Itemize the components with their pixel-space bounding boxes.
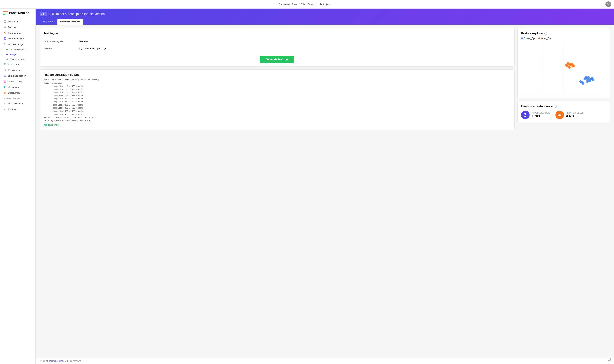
svg-rect-0: [3, 20, 5, 21]
data-sources-icon: [3, 31, 6, 34]
sidebar: EDGE IMPULSE Dashboard Devices Data sour…: [0, 9, 36, 364]
logo-text: EDGE IMPULSE: [9, 12, 29, 14]
sidebar-item-label: Live classification: [8, 74, 26, 77]
training-row-data: Data in training set 88 items: [43, 38, 511, 45]
page-header: #1 ▾ Click to set a description for this…: [36, 9, 614, 25]
data-acquisition-icon: [3, 37, 6, 40]
sidebar-item-deployment[interactable]: Deployment: [0, 90, 35, 96]
sidebar-item-live-classification[interactable]: Live classification: [0, 73, 35, 78]
training-set-title: Training set: [43, 32, 511, 35]
version-number: #1: [41, 13, 44, 15]
footer: © 2022 EdgeImpulse Inc. All rights reser…: [36, 358, 614, 364]
topbar-separator: /: [299, 3, 300, 5]
svg-point-19: [5, 86, 6, 87]
perf-metrics: PROCESSING TIME 1 ms.: [521, 111, 606, 119]
sidebar-item-documentation[interactable]: Documentation: [0, 100, 35, 106]
sidebar-nav: Dashboard Devices Data sources Data acqu…: [0, 17, 35, 364]
svg-point-54: [583, 78, 586, 80]
output-title: Feature generation output: [43, 73, 511, 76]
svg-rect-4: [4, 26, 5, 27]
legend-closed-eye: Closed_Eye: [521, 37, 536, 40]
getting-started-label: GETTING STARTED: [0, 96, 35, 100]
svg-line-10: [5, 38, 5, 39]
sidebar-item-label: Data sources: [8, 32, 22, 34]
sidebar-item-forums[interactable]: Forums: [0, 106, 35, 112]
version-badge[interactable]: #1 ▾: [40, 12, 47, 16]
sidebar-item-dashboard[interactable]: Dashboard: [0, 19, 35, 24]
sidebar-item-model-testing[interactable]: Model testing: [0, 78, 35, 84]
tab-generate-features[interactable]: Generate features: [57, 19, 83, 25]
chevron-down-icon: ▾: [45, 13, 46, 15]
sidebar-item-label: Dashboard: [8, 20, 19, 23]
sidebar-item-label: Forums: [8, 108, 16, 110]
sidebar-item-data-acquisition[interactable]: Data acquisition: [0, 36, 35, 41]
topbar-breadcrumb: Shebin Jose Jacob / Driver Drowsiness De…: [278, 3, 330, 5]
sidebar-sub-label: Create impulse: [10, 48, 25, 51]
image-dot: [6, 54, 8, 55]
footer-link[interactable]: EdgeImpulse Inc.: [47, 360, 64, 362]
create-impulse-dot: [6, 49, 8, 50]
performance-card: On-device performance ?: [517, 101, 610, 123]
svg-point-46: [588, 76, 590, 79]
sidebar-item-retrain-model[interactable]: Retrain model: [0, 67, 35, 73]
legend-closed-eye-label: Closed_Eye: [524, 37, 536, 40]
sidebar-sub-object-detection[interactable]: Object detection: [0, 57, 35, 62]
sidebar-item-label: Impulse design: [8, 43, 24, 46]
sidebar-item-label: Retrain model: [8, 69, 22, 71]
peak-ram-text: PEAK RAM USAGE 4 KB: [566, 112, 584, 118]
svg-point-20: [4, 87, 5, 88]
output-card: Feature generation output Set up to rece…: [40, 69, 514, 130]
impulse-design-icon: [3, 43, 6, 46]
eon-icon: [3, 63, 6, 66]
topbar-user: Shebin Jose Jacob: [278, 3, 298, 5]
sidebar-item-label: Model testing: [8, 80, 22, 83]
feature-explorer-card: Feature explorer i Closed_Eye Open_Eye: [517, 28, 610, 98]
job-completed: Job completed: [43, 124, 511, 126]
retrain-icon: [3, 69, 6, 71]
sidebar-item-data-sources[interactable]: Data sources: [0, 30, 35, 36]
sidebar-item-impulse-design[interactable]: Impulse design: [0, 41, 35, 47]
sidebar-sub-image[interactable]: Image: [0, 52, 35, 57]
main-content: #1 ▾ Click to set a description for this…: [36, 9, 614, 364]
sidebar-item-devices[interactable]: Devices: [0, 24, 35, 30]
svg-marker-14: [4, 69, 4, 70]
devices-icon: [3, 26, 6, 29]
footer-text: © 2022 EdgeImpulse Inc. All rights reser…: [40, 360, 81, 362]
sidebar-sub-label: Object detection: [10, 58, 26, 60]
docs-icon: [3, 102, 6, 105]
perf-title: On-device performance ?: [521, 105, 606, 108]
sidebar-item-versioning[interactable]: Versioning: [0, 84, 35, 90]
sidebar-item-label: Versioning: [8, 86, 19, 89]
tab-parameters[interactable]: Parameters: [40, 19, 57, 25]
data-in-training-value: 88 items: [79, 40, 88, 43]
left-panel: Training set Data in training set 88 ite…: [40, 28, 514, 354]
generate-features-button[interactable]: Generate features: [260, 56, 294, 63]
svg-point-18: [4, 86, 4, 87]
open-eye-dot: [538, 38, 540, 39]
screen-resize-icon[interactable]: [607, 357, 612, 362]
info-icon[interactable]: i: [544, 32, 547, 35]
version-description[interactable]: Click to set a description for this vers…: [49, 12, 105, 16]
deployment-icon: [3, 91, 6, 94]
processing-time-metric: PROCESSING TIME 1 ms.: [521, 111, 550, 119]
svg-point-51: [585, 76, 588, 78]
grid-icon: [3, 20, 6, 23]
svg-point-16: [4, 75, 5, 76]
avatar[interactable]: SJ: [605, 1, 611, 7]
output-log: Set up to receive data and run unsup. em…: [43, 78, 511, 122]
svg-point-55: [591, 77, 594, 79]
scatter-plot: [521, 41, 606, 94]
svg-point-43: [567, 62, 569, 65]
svg-point-58: [579, 80, 582, 83]
svg-point-13: [4, 64, 5, 65]
sidebar-item-eon-tuner[interactable]: EON Tuner: [0, 62, 35, 67]
svg-point-44: [573, 65, 575, 67]
sidebar-sub-create-impulse[interactable]: Create impulse: [0, 47, 35, 52]
svg-rect-61: [558, 114, 561, 116]
peak-ram-metric: PEAK RAM USAGE 4 KB: [555, 111, 584, 119]
live-icon: [3, 74, 6, 77]
svg-line-11: [5, 39, 5, 39]
svg-point-53: [588, 80, 591, 82]
svg-rect-1: [5, 20, 6, 21]
perf-info-icon[interactable]: ?: [554, 105, 557, 108]
